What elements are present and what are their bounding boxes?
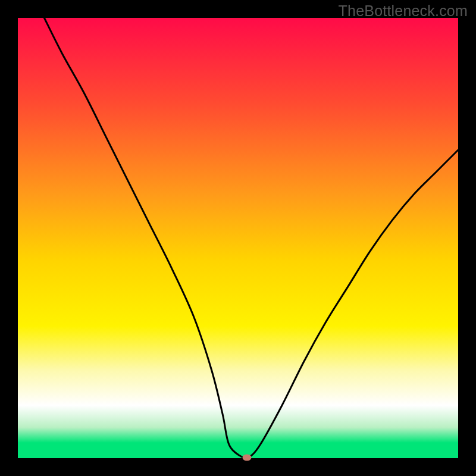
bottleneck-curve (44, 18, 458, 458)
optimum-marker (242, 454, 251, 461)
curve-layer (18, 18, 458, 458)
plot-area (18, 18, 458, 458)
watermark-text: TheBottleneck.com (339, 2, 468, 20)
chart-frame: TheBottleneck.com (0, 0, 476, 476)
